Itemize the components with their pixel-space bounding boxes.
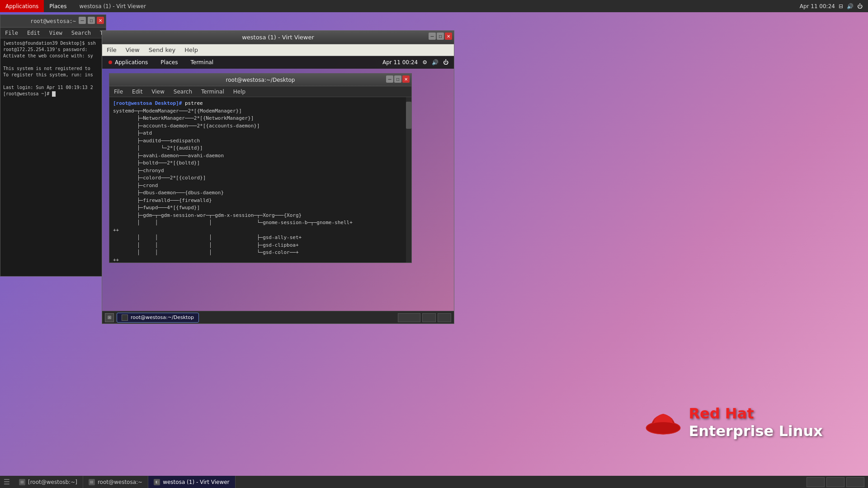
inner-taskbar-item[interactable]: root@westosa:~/Desktop: [117, 313, 199, 323]
inner-terminal-maximize[interactable]: □: [394, 75, 401, 83]
inner-topbar: Applications Places Terminal Apr 11 00:2…: [102, 56, 454, 69]
svg-point-2: [647, 422, 680, 434]
bottom-app-label-1: [root@westosb:~]: [28, 479, 77, 485]
vv-menu-file[interactable]: File: [102, 45, 121, 56]
bg-line-6: To register this system, run: ins: [3, 72, 103, 78]
inner-power-icon[interactable]: ⏻: [443, 59, 448, 66]
bg-line-9: [root@westosa ~]#: [3, 91, 103, 97]
vv-menu-view[interactable]: View: [121, 45, 144, 56]
inner-places-btn[interactable]: Places: [154, 56, 184, 69]
taskbar-btn-2[interactable]: [422, 313, 436, 322]
bg-terminal-minimize[interactable]: ─: [79, 17, 86, 24]
virt-viewer-maximize[interactable]: □: [437, 33, 444, 40]
system-time: Apr 11 00:24: [800, 3, 835, 9]
it-menu-help[interactable]: Help: [229, 86, 250, 97]
command-text: pstree: [185, 100, 203, 106]
bottom-btn-1[interactable]: [807, 477, 825, 487]
inner-taskbar: ⊞ root@westosa:~/Desktop: [102, 311, 454, 324]
bg-menu-file[interactable]: File: [0, 28, 23, 38]
bottom-btn-3[interactable]: [846, 477, 864, 487]
tree-line-14: ├─fwupd───4*[{fwupd}]: [113, 204, 408, 212]
inner-time: Apr 11 00:24: [382, 59, 418, 66]
inner-terminal-controls: ─ □ ✕: [386, 75, 410, 83]
virt-viewer-close[interactable]: ✕: [445, 33, 452, 40]
bottom-app-westos[interactable]: ▤ [root@westosb:~]: [14, 476, 83, 488]
inner-taskbar-expand[interactable]: ⊞: [105, 313, 114, 322]
applications-button[interactable]: Applications: [0, 0, 44, 12]
bottom-taskbar-left: ☰: [0, 478, 14, 486]
vv-menu-help[interactable]: Help: [180, 45, 203, 56]
places-label: Places: [49, 3, 66, 9]
bg-terminal-maximize[interactable]: □: [88, 17, 95, 24]
inner-terminal-menubar: File Edit View Search Terminal Help: [109, 86, 411, 97]
bg-line-7: [3, 78, 103, 84]
inner-terminal-titlebar: root@westosa:~/Desktop ─ □ ✕: [109, 74, 411, 86]
inner-terminal-title: root@westosa:~/Desktop: [226, 77, 295, 83]
it-menu-edit[interactable]: Edit: [127, 86, 147, 97]
bg-menu-search[interactable]: Search: [67, 28, 95, 38]
redhat-hat-svg: [645, 407, 681, 438]
inner-terminal-btn[interactable]: Terminal: [184, 56, 220, 69]
virt-viewer-title: westosa (1) - Virt Viewer: [242, 34, 314, 41]
tree-line-8: ├─boltd───2*[{boltd}]: [113, 160, 408, 167]
inner-terminal-close[interactable]: ✕: [402, 75, 410, 83]
taskbar-btn-3[interactable]: [438, 313, 451, 322]
tree-line-16: │ │ │ └─gnome-session-b─┬─gnome-shell+: [113, 219, 408, 227]
tree-line-19: │ │ │ └─gsd-color──+: [113, 249, 408, 257]
bg-menu-edit[interactable]: Edit: [23, 28, 45, 38]
bg-line-4: [3, 59, 103, 66]
virt-viewer-window: westosa (1) - Virt Viewer ─ □ ✕ File Vie…: [102, 30, 454, 324]
bottom-taskbar: ☰ ▤ [root@westosb:~] ▤ root@westosa:~ ◧ …: [0, 476, 868, 488]
bottom-app-virt[interactable]: ◧ westosa (1) - Virt Viewer: [148, 476, 235, 488]
inner-volume-icon[interactable]: 🔊: [432, 59, 439, 66]
expand-icon: ⊞: [108, 315, 111, 320]
vv-menu-sendkey[interactable]: Send key: [144, 45, 180, 56]
terminal-icon-2: ▤: [90, 480, 94, 484]
bg-line-8: Last login: Sun Apr 11 00:19:13 2: [3, 84, 103, 91]
taskbar-btn-1[interactable]: [398, 313, 420, 322]
redhat-line2: Enterprise Linux: [689, 422, 823, 440]
terminal-prompt-line: [root@westosa Desktop]# pstree: [113, 100, 408, 108]
bottom-apps-list: ▤ [root@westosb:~] ▤ root@westosa:~ ◧ we…: [14, 476, 807, 488]
bottom-app-label-3: westosa (1) - Virt Viewer: [163, 479, 229, 485]
taskbar-right-buttons: [398, 313, 451, 322]
bg-terminal-titlebar: root@westosa:~ ─ □ ✕: [0, 15, 106, 28]
inner-desktop: Applications Places Terminal Apr 11 00:2…: [102, 56, 454, 324]
taskbar-app-icon: [122, 314, 128, 321]
inner-applications-btn[interactable]: Applications: [102, 56, 154, 69]
bg-terminal-close[interactable]: ✕: [97, 17, 104, 24]
places-button[interactable]: Places: [44, 0, 72, 12]
tree-line-5: ├─auditd───sedispatch: [113, 137, 408, 145]
bg-terminal-controls: ─ □ ✕: [79, 17, 104, 24]
inner-terminal-label: Terminal: [190, 59, 213, 66]
taskbar-menu-icon[interactable]: ☰: [4, 478, 10, 486]
bg-terminal-title: root@westosa:~: [30, 18, 76, 24]
inner-scrollbar[interactable]: [406, 97, 411, 263]
system-bar: Applications Places westosa (1) - Virt V…: [0, 0, 868, 12]
bottom-app-label-2: root@westosa:~: [98, 479, 142, 485]
virt-icon: ◧: [155, 480, 159, 484]
volume-icon: 🔊: [847, 3, 854, 9]
inner-settings-icon[interactable]: ⚙: [422, 59, 427, 66]
it-menu-file[interactable]: File: [109, 86, 127, 97]
it-menu-view[interactable]: View: [147, 86, 169, 97]
tree-continue-1: ++: [113, 227, 408, 235]
inner-terminal-content: [root@westosa Desktop]# pstree systemd─┬…: [109, 97, 411, 263]
inner-terminal-minimize[interactable]: ─: [386, 75, 393, 83]
it-menu-search[interactable]: Search: [169, 86, 197, 97]
bottom-btn-2[interactable]: [826, 477, 844, 487]
tree-line-9: ├─chronyd: [113, 167, 408, 175]
bg-menu-view[interactable]: View: [45, 28, 67, 38]
redhat-text: Red Hat Enterprise Linux: [689, 405, 823, 440]
prompt-text: [root@westosa Desktop]#: [113, 100, 182, 106]
bottom-app-root[interactable]: ▤ root@westosa:~: [83, 476, 148, 488]
scrollbar-thumb[interactable]: [406, 102, 411, 129]
bg-line-3: Activate the web console with: sy: [3, 53, 103, 59]
inner-places-label: Places: [160, 59, 178, 66]
virt-viewer-minimize[interactable]: ─: [429, 33, 436, 40]
tree-line-7: ├─avahi-daemon───avahi-daemon: [113, 152, 408, 160]
it-menu-terminal[interactable]: Terminal: [197, 86, 229, 97]
tree-line-2: ├─NetworkManager───2*[{NetworkManager}]: [113, 115, 408, 122]
bg-terminal-menubar: File Edit View Search Terminal Help: [0, 28, 106, 38]
window-title: westosa (1) - Virt Viewer: [72, 3, 153, 9]
